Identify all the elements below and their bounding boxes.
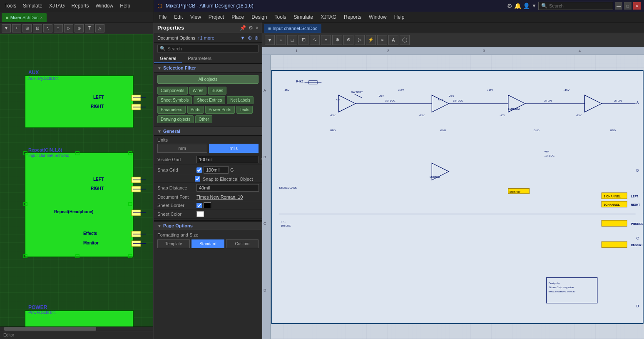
rt-sel-btn[interactable]: ⊡ [298, 35, 308, 45]
search-input[interactable] [549, 3, 610, 8]
menu-place[interactable]: Place [230, 13, 245, 21]
toolbar-grid-btn[interactable]: ⊞ [22, 24, 32, 32]
notification-icon[interactable]: 🔔 [514, 2, 521, 9]
svg-text:STEREO JACK: STEREO JACK [279, 186, 296, 189]
rt-filter-btn[interactable]: ▼ [265, 35, 275, 45]
toolbar-comp-btn[interactable]: ⊕ [75, 24, 84, 32]
menu-view[interactable]: View [189, 13, 202, 21]
svg-text:A: A [637, 101, 639, 105]
filter-texts-btn[interactable]: Texts [236, 106, 253, 114]
menu-window-r[interactable]: Window [368, 13, 388, 21]
rt-cross-btn[interactable]: + [276, 35, 286, 45]
menu-reports-r[interactable]: Reports [343, 13, 363, 21]
menu-xjtag-r[interactable]: XJTAG [319, 13, 338, 21]
rt-wire-btn[interactable]: ∿ [310, 35, 320, 45]
left-doc-tab[interactable]: ■ Mixer.SchDoc × [2, 13, 47, 22]
rt-bus-btn[interactable]: ≡ [321, 35, 331, 45]
all-objects-btn[interactable]: All objects [157, 75, 259, 84]
expand-icon[interactable]: ▼ [532, 3, 537, 9]
filter-parameters-btn[interactable]: Parameters [157, 106, 186, 114]
filter-drawing-objects-btn[interactable]: Drawing objects [157, 115, 194, 123]
toolbar-snap-btn[interactable]: ⊡ [33, 24, 42, 32]
unit-mm-btn[interactable]: mm [157, 144, 207, 153]
custom-btn[interactable]: Custom [226, 239, 259, 248]
toolbar-wire-btn[interactable]: ∿ [43, 24, 52, 32]
filter-wires-btn[interactable]: Wires [189, 87, 207, 95]
sheet-color-swatch[interactable] [196, 211, 204, 217]
right-doc-tab[interactable]: ■ Input channel.SchDoc [264, 24, 321, 33]
menu-help[interactable]: Help [119, 2, 132, 10]
filter-net-labels-btn[interactable]: Net Labels [227, 96, 254, 104]
menu-window[interactable]: Window [94, 2, 115, 10]
menu-simulate-r[interactable]: Simulate [293, 13, 315, 21]
menu-tools-r[interactable]: Tools [274, 13, 288, 21]
left-tab-close[interactable]: × [40, 15, 43, 20]
filter-sheet-entries-btn[interactable]: Sheet Entries [194, 96, 225, 104]
filter-buses-btn[interactable]: Buses [208, 87, 226, 95]
menu-help-r[interactable]: Help [393, 13, 406, 21]
sheet-border-color[interactable] [204, 202, 211, 208]
tab-parameters[interactable]: Parameters [182, 54, 217, 63]
unit-mils-btn[interactable]: mils [209, 144, 259, 153]
svg-text:10k LOG: 10k LOG [281, 224, 291, 227]
close-button[interactable]: × [633, 2, 641, 10]
filter-power-ports-btn[interactable]: Power Ports [205, 106, 234, 114]
schematic-canvas[interactable]: 1 2 3 4 A B C D [262, 47, 644, 339]
snap-electrical-checkbox[interactable] [195, 176, 200, 182]
menu-reports[interactable]: Reports [70, 2, 90, 10]
filter-other-btn[interactable]: Other [195, 115, 212, 123]
svg-text:LM4562M: LM4562M [508, 107, 520, 110]
minimize-button[interactable]: — [615, 2, 622, 10]
toolbar-port-btn[interactable]: ▷ [64, 24, 73, 32]
svg-text:Design by: Design by [549, 282, 560, 284]
copy-props-btn[interactable]: ⊕ [248, 35, 252, 41]
tab-general[interactable]: General [154, 54, 182, 63]
toolbar-text-btn[interactable]: T [85, 24, 94, 32]
properties-search-input[interactable] [167, 46, 256, 51]
filter-components-btn[interactable]: Components [157, 87, 188, 95]
template-btn[interactable]: Template [157, 239, 190, 248]
rt-comp-btn[interactable]: ≈ [377, 35, 387, 45]
menu-project[interactable]: Project [207, 13, 225, 21]
rt-arc-btn[interactable]: ◯ [400, 35, 410, 45]
rt-netlabel-btn[interactable]: ⊗ [343, 35, 353, 45]
snap-grid-input[interactable] [204, 166, 229, 174]
toolbar-filter-btn[interactable]: ▼ [2, 24, 11, 32]
menu-simulate[interactable]: Simulate [22, 2, 44, 10]
filter-sheet-symbols-btn[interactable]: Sheet Symbols [157, 96, 192, 104]
settings-icon[interactable]: ⚙ [507, 2, 512, 9]
rt-rect-btn[interactable]: □ [287, 35, 297, 45]
props-settings-btn[interactable]: ⚙ [249, 25, 253, 31]
filter-ports-btn[interactable]: Ports [187, 106, 204, 114]
props-close-btn[interactable]: × [256, 25, 259, 31]
visible-grid-eye-icon[interactable]: 👁 [261, 157, 262, 162]
standard-btn[interactable]: Standard [191, 239, 224, 248]
sheet-border-checkbox[interactable] [196, 203, 202, 208]
page-options-header[interactable]: ▼ Page Options [154, 220, 262, 230]
selection-filter-header[interactable]: ▼ Selection Filter [154, 64, 262, 72]
toolbar-shape-btn[interactable]: △ [95, 24, 104, 32]
props-pin-btn[interactable]: 📌 [240, 25, 246, 31]
rt-pwr-btn[interactable]: ⚡ [366, 35, 376, 45]
menu-edit[interactable]: Edit [173, 13, 184, 21]
filter-options-btn[interactable]: ▼ [240, 35, 245, 41]
general-section-header[interactable]: ▼ General [154, 127, 262, 136]
paste-props-btn[interactable]: ⊗ [254, 35, 259, 41]
menu-file[interactable]: File [157, 13, 168, 21]
svg-rect-76 [602, 242, 627, 247]
menu-design[interactable]: Design [250, 13, 268, 21]
svg-text:GND: GND [440, 129, 446, 132]
snap-distance-input[interactable] [196, 184, 259, 192]
menu-xjtag[interactable]: XJTAG [48, 2, 66, 10]
toolbar-add-btn[interactable]: + [12, 24, 21, 32]
rt-port-btn[interactable]: ▷ [355, 35, 365, 45]
user-icon[interactable]: 👤 [523, 2, 530, 9]
snap-grid-checkbox[interactable] [196, 167, 202, 173]
menu-tools[interactable]: Tools [3, 2, 17, 10]
rt-text-btn[interactable]: A [388, 35, 398, 45]
maximize-button[interactable]: □ [624, 2, 632, 10]
visible-grid-input[interactable] [196, 156, 259, 163]
toolbar-bus-btn[interactable]: ≡ [54, 24, 63, 32]
rt-junction-btn[interactable]: ⊕ [332, 35, 342, 45]
doc-options-count: ↑1 more [198, 35, 214, 40]
